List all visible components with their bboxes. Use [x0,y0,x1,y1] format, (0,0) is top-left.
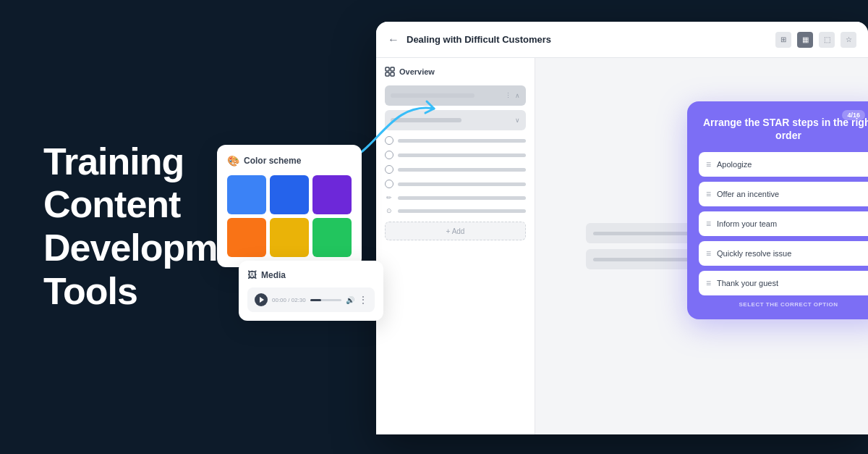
quiz-option-1[interactable]: ≡ Apologize [699,152,868,177]
color-swatch-5[interactable] [270,218,309,257]
back-button[interactable]: ← [388,33,399,46]
row-bar-4 [398,182,526,186]
view-icon-1[interactable]: ⊞ [775,32,791,48]
view-icon-2[interactable]: ▦ [797,32,813,48]
color-swatch-4[interactable] [227,218,266,257]
sidebar-row-1 [385,136,526,145]
sidebar-block-2[interactable]: ∨ [385,110,526,130]
browser-body: Overview ⋮ ∧ ∨ [376,58,868,434]
svg-rect-2 [386,72,389,76]
quiz-footer: SELECT THE CORRECT OPTION [699,301,868,308]
option-label-4: Quickly resolve issue [717,249,791,258]
media-time: 00:00 / 02:30 [272,297,306,303]
color-scheme-title: Color scheme [244,156,301,166]
media-player: 00:00 / 02:30 🔊 ⋮ [247,287,375,312]
row-bar-3 [398,168,526,172]
play-button[interactable] [255,293,268,306]
svg-rect-0 [386,67,389,71]
sidebar: Overview ⋮ ∧ ∨ [376,58,535,434]
row-icon-4 [385,180,393,188]
drag-icon-3: ≡ [706,219,711,229]
main-content: ⋮ ∧ ⋮ ∧ 4/16 ⋮ Arrange the STAR steps in… [535,58,868,434]
color-scheme-header: 🎨 Color scheme [227,155,352,167]
color-grid [227,175,352,257]
color-swatch-2[interactable] [270,175,309,214]
row-bar-6 [398,209,526,213]
media-more-icon[interactable]: ⋮ [359,295,367,305]
sidebar-row-2 [385,151,526,159]
overview-label: Overview [399,67,435,76]
quiz-option-4[interactable]: ≡ Quickly resolve issue [699,241,868,266]
media-progress-bar[interactable] [310,299,341,301]
sidebar-row-4 [385,180,526,188]
star-icon[interactable]: ☆ [841,32,856,48]
volume-icon[interactable]: 🔊 [346,296,354,304]
svg-rect-1 [391,67,394,71]
row-icon-1 [385,136,393,145]
sidebar-bar-2 [391,118,461,122]
sidebar-rows: ✏ ⊙ [385,136,526,214]
quiz-option-3[interactable]: ≡ Inform your team [699,211,868,236]
quiz-option-2[interactable]: ≡ Offer an incentive [699,182,868,206]
header-icons: ⊞ ▦ ⬚ ☆ [775,32,856,48]
quiz-badge: 4/16 [842,110,865,120]
color-scheme-icon: 🎨 [227,155,239,167]
view-icon-3[interactable]: ⬚ [819,32,835,48]
sidebar-row-6: ⊙ [385,207,526,214]
media-icon: 🖼 [247,269,257,280]
browser-title: Dealing with Difficult Customers [407,34,768,45]
row-icon-2 [385,151,393,159]
media-progress-fill [310,299,321,301]
browser-header: ← Dealing with Difficult Customers ⊞ ▦ ⬚… [376,22,868,58]
row-icon-3 [385,165,393,174]
hero-title-line1: Training Content [43,140,184,226]
color-swatch-1[interactable] [227,175,266,214]
quiz-option-5[interactable]: ≡ Thank your guest [699,271,868,295]
row-bar-2 [398,154,526,157]
sidebar-row-5: ✏ [385,194,526,201]
drag-icon-4: ≡ [706,248,711,258]
add-button[interactable]: + Add [385,222,526,240]
media-card: 🖼 Media 00:00 / 02:30 🔊 ⋮ [239,261,383,321]
drag-icon-1: ≡ [706,159,711,169]
option-label-2: Offer an incentive [717,190,779,198]
quiz-card: 4/16 ⋮ Arrange the STAR steps in the rig… [687,101,868,319]
media-header: 🖼 Media [247,269,375,280]
color-swatch-6[interactable] [312,218,352,257]
option-label-1: Apologize [717,160,752,169]
add-label: + Add [446,227,465,235]
color-swatch-3[interactable] [312,175,352,214]
sidebar-bar-1 [391,93,475,98]
sidebar-row-3 [385,165,526,174]
quiz-title: Arrange the STAR steps in the right orde… [699,116,868,142]
hero-title-line3: Tools [43,270,137,312]
row-bar-1 [398,139,526,143]
option-label-5: Thank your guest [717,279,778,287]
option-label-3: Inform your team [717,219,777,228]
sidebar-overview: Overview [385,67,526,77]
browser-mockup: ← Dealing with Difficult Customers ⊞ ▦ ⬚… [376,22,868,434]
drag-icon-2: ≡ [706,189,711,199]
row-bar-5 [398,196,526,200]
drag-icon-5: ≡ [706,278,711,288]
color-scheme-card: 🎨 Color scheme [217,145,362,267]
svg-rect-3 [391,72,394,76]
media-title: Media [261,270,286,280]
sidebar-block-active[interactable]: ⋮ ∧ [385,85,526,106]
